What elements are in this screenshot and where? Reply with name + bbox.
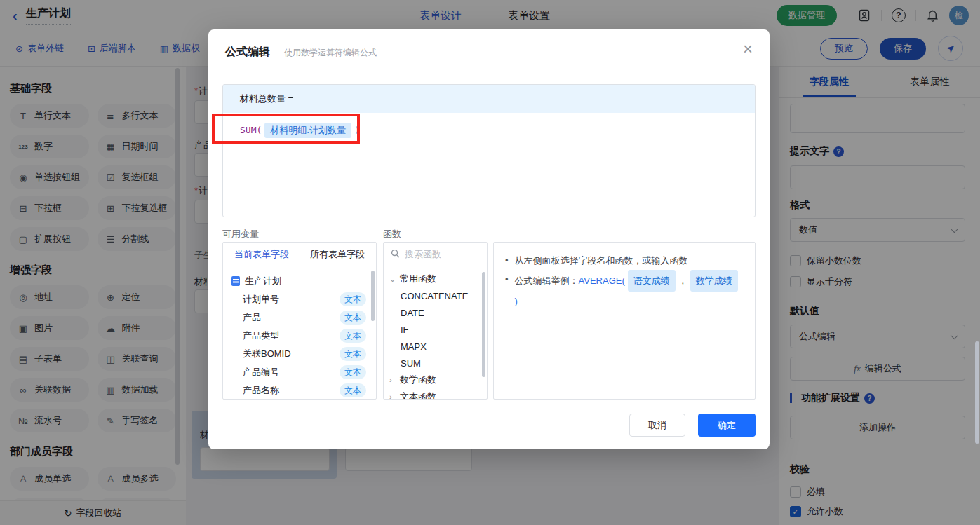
- variable-row[interactable]: 计划单号文本: [223, 290, 376, 308]
- tip-text: 公式编辑举例：: [515, 275, 579, 286]
- variable-name: 产品编号: [243, 366, 279, 379]
- type-badge: 文本: [340, 365, 366, 379]
- function-group-math[interactable]: ›数学函数: [384, 371, 487, 388]
- variables-panel: 当前表单字段 所有表单字段 生产计划 计划单号文本 产品文本 产品类型文本 关联…: [222, 242, 377, 400]
- tip-function: AVERAGE(: [579, 275, 625, 286]
- annotation-red-box: [212, 114, 360, 144]
- function-item[interactable]: CONCATENATE: [384, 287, 487, 304]
- variable-name: 关联BOMID: [243, 348, 291, 360]
- group-label: 常用函数: [400, 273, 436, 285]
- functions-panel: ⌄常用函数 CONCATENATE DATE IF MAPX SUM ›数学函数…: [383, 242, 488, 400]
- type-badge: 文本: [340, 347, 366, 361]
- variable-name: 计划单号: [243, 293, 279, 306]
- formula-target: 材料总数量 =: [223, 85, 755, 113]
- functions-label: 函数: [383, 228, 401, 240]
- confirm-button[interactable]: 确定: [698, 414, 756, 437]
- tip-comma: ，: [678, 275, 687, 286]
- variable-row[interactable]: 产品编号文本: [223, 363, 376, 381]
- tip-close-paren: ): [515, 296, 518, 306]
- function-item[interactable]: IF: [384, 321, 487, 338]
- close-icon[interactable]: ×: [743, 41, 753, 57]
- variables-scrollbar[interactable]: [371, 271, 375, 321]
- function-group-common[interactable]: ⌄常用函数: [384, 271, 487, 287]
- tab-current-form-fields[interactable]: 当前表单字段: [234, 248, 289, 261]
- type-badge: 文本: [340, 329, 366, 343]
- modal-title: 公式编辑: [225, 45, 270, 60]
- function-item[interactable]: DATE: [384, 304, 487, 321]
- variable-row[interactable]: 产品类型文本: [223, 327, 376, 345]
- type-badge: 文本: [340, 383, 366, 397]
- formula-edit-modal: 公式编辑 使用数学运算符编辑公式 × 材料总数量 = SUM(材料明细.计划数量…: [208, 29, 770, 449]
- document-icon: [231, 276, 240, 286]
- function-item[interactable]: MAPX: [384, 338, 487, 355]
- function-item[interactable]: SUM: [384, 355, 487, 371]
- type-badge: 文本: [340, 292, 366, 306]
- bullet: •: [505, 251, 509, 270]
- formula-editor: 材料总数量 = SUM(材料明细.计划数量): [222, 84, 756, 217]
- divider: [208, 69, 770, 69]
- group-label: 数学函数: [400, 374, 436, 386]
- chevron-right-icon: ›: [389, 376, 396, 384]
- variables-label: 可用变量: [222, 228, 259, 240]
- function-search-input[interactable]: [405, 249, 475, 259]
- tips-panel: •从左侧面板选择字段名和函数，或输入函数 • 公式编辑举例：AVERAGE(语文…: [493, 242, 756, 400]
- functions-scrollbar[interactable]: [482, 272, 485, 377]
- group-label: 文本函数: [400, 390, 436, 400]
- modal-subtitle: 使用数学运算符编辑公式: [284, 47, 377, 59]
- tree-root-form[interactable]: 生产计划: [223, 272, 376, 290]
- variable-name: 产品名称: [243, 384, 279, 397]
- type-badge: 文本: [340, 311, 366, 325]
- tab-all-form-fields[interactable]: 所有表单字段: [310, 248, 365, 261]
- chevron-right-icon: ›: [389, 393, 396, 400]
- page-scrollbar[interactable]: [975, 341, 979, 444]
- tip-field-chip: 数学成绩: [690, 270, 738, 292]
- variable-row[interactable]: 产品文本: [223, 308, 376, 327]
- chevron-down-icon: ⌄: [389, 275, 396, 284]
- search-icon: [391, 249, 400, 260]
- function-search[interactable]: [384, 243, 487, 266]
- bullet: •: [505, 270, 509, 311]
- variable-row[interactable]: 关联BOMID文本: [223, 345, 376, 363]
- tip-line: • 公式编辑举例：AVERAGE(语文成绩，数学成绩): [505, 270, 744, 311]
- tip-field-chip: 语文成绩: [628, 270, 676, 292]
- tip-line: •从左侧面板选择字段名和函数，或输入函数: [505, 251, 744, 270]
- variable-row[interactable]: 产品名称文本: [223, 381, 376, 400]
- variable-name: 产品类型: [243, 329, 279, 342]
- tree-root-label: 生产计划: [245, 275, 281, 287]
- cancel-button[interactable]: 取消: [629, 414, 685, 437]
- function-group-text[interactable]: ›文本函数: [384, 388, 487, 400]
- variable-name: 产品: [243, 311, 261, 324]
